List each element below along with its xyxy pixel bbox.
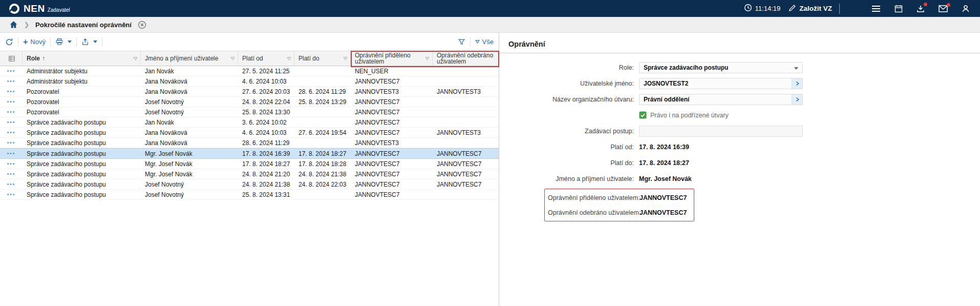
cell-name: Jana Nováková bbox=[141, 78, 238, 85]
row-menu-icon[interactable]: ••• bbox=[7, 172, 16, 177]
export-button[interactable] bbox=[81, 38, 97, 46]
filter-button[interactable] bbox=[458, 38, 465, 46]
table-row[interactable]: ••• Správce zadávacího postupu Jana Nová… bbox=[0, 138, 499, 148]
lookup-chevron-icon[interactable] bbox=[792, 94, 802, 105]
cell-role: Pozorovatel bbox=[23, 88, 141, 95]
cell-granted-by: JANNOVTESC7 bbox=[351, 119, 433, 126]
column-header-role[interactable]: Role ↑ bbox=[23, 51, 141, 66]
subordinate-checkbox[interactable]: Právo i na podřízené útvary bbox=[639, 111, 729, 119]
cell-valid-from: 24. 8. 2024 22:04 bbox=[238, 98, 294, 106]
time-text: 11:14:19 bbox=[755, 5, 781, 12]
table-row[interactable]: ••• Pozorovatel Jana Nováková 27. 6. 202… bbox=[0, 87, 499, 97]
table-header: Role ↑ Jméno a příjmení uživatele Platí … bbox=[0, 51, 499, 66]
cell-role: Administrátor subjektu bbox=[23, 68, 141, 75]
row-menu-icon[interactable]: ••• bbox=[7, 69, 16, 74]
menu-button[interactable] bbox=[871, 5, 881, 12]
table-row[interactable]: ••• Administrátor subjektu Jana Nováková… bbox=[0, 76, 499, 87]
filter-caret-icon[interactable] bbox=[133, 57, 138, 60]
results-table-panel: + Nový bbox=[0, 33, 499, 306]
column-header-revoked-by[interactable]: Oprávnění odebráno uživatelem bbox=[433, 51, 499, 66]
plus-icon: + bbox=[23, 38, 28, 46]
downloads-button[interactable] bbox=[917, 5, 925, 13]
role-select[interactable]: Správce zadávacího postupu bbox=[639, 62, 803, 73]
filter-caret-icon[interactable] bbox=[425, 57, 430, 60]
cell-granted-by: JANNOVTESC7 bbox=[351, 109, 433, 116]
create-vz-button[interactable]: Založit VZ bbox=[789, 4, 832, 13]
column-header-settings[interactable] bbox=[0, 51, 23, 66]
pencil-icon bbox=[789, 4, 796, 13]
column-header-valid-from[interactable]: Platí od bbox=[238, 51, 294, 66]
session-time: 11:14:19 bbox=[744, 4, 781, 13]
close-tab-button[interactable] bbox=[138, 21, 146, 29]
nen-logo[interactable]: NEN Zadavatel bbox=[8, 3, 70, 15]
toolbar-separator bbox=[102, 37, 102, 47]
toolbar-separator bbox=[470, 37, 471, 47]
messages-button[interactable] bbox=[939, 5, 948, 12]
cell-granted-by: JANNOVTEST3 bbox=[351, 88, 433, 95]
filter-caret-icon[interactable] bbox=[343, 57, 348, 60]
row-menu-icon[interactable]: ••• bbox=[7, 182, 16, 187]
nen-ring-icon bbox=[8, 3, 20, 15]
print-button[interactable] bbox=[55, 38, 72, 46]
row-menu-icon[interactable]: ••• bbox=[7, 140, 16, 146]
row-menu-icon[interactable]: ••• bbox=[7, 79, 16, 84]
toolbar-separator bbox=[50, 37, 51, 47]
profile-button[interactable] bbox=[962, 5, 970, 13]
table-row[interactable]: ••• Administrátor subjektu Jan Novák 27.… bbox=[0, 66, 499, 76]
table-row[interactable]: ••• Správce zadávacího postupu Mgr. Jose… bbox=[0, 159, 499, 169]
role-value: Správce zadávacího postupu bbox=[644, 64, 728, 71]
table-row[interactable]: ••• Správce zadávacího postupu Jan Novák… bbox=[0, 117, 499, 128]
table-row[interactable]: ••• Správce zadávacího postupu Mgr. Jose… bbox=[0, 169, 499, 179]
org-unit-field[interactable]: Právní oddělení bbox=[639, 94, 803, 105]
lookup-chevron-icon[interactable] bbox=[792, 78, 802, 89]
table-row[interactable]: ••• Správce zadávacího postupu Jana Nová… bbox=[0, 128, 499, 138]
cell-valid-from: 27. 6. 2024 20:03 bbox=[238, 88, 294, 95]
downloads-badge bbox=[924, 3, 927, 6]
export-options-caret[interactable] bbox=[93, 40, 97, 43]
cell-name: Josef Novotný bbox=[141, 98, 238, 106]
row-menu-icon[interactable]: ••• bbox=[7, 89, 16, 94]
row-menu-icon[interactable]: ••• bbox=[7, 99, 16, 105]
revoked-by-value: JANNOVTESC7 bbox=[640, 209, 687, 216]
row-menu-icon[interactable]: ••• bbox=[7, 151, 16, 156]
home-button[interactable] bbox=[9, 21, 18, 29]
cell-valid-from: 4. 6. 2024 10:03 bbox=[238, 78, 294, 85]
table-row[interactable]: ••• Správce zadávacího postupu Mgr. Jose… bbox=[0, 148, 499, 159]
procedure-field[interactable] bbox=[639, 126, 803, 137]
table-row[interactable]: ••• Správce zadávacího postupu Josef Nov… bbox=[0, 179, 499, 190]
cell-revoked-by: JANNOVTEST3 bbox=[433, 88, 499, 95]
username-field[interactable]: JOSNOVTEST2 bbox=[639, 78, 803, 89]
column-settings-icon bbox=[8, 55, 15, 62]
refresh-button[interactable] bbox=[5, 38, 13, 46]
procedure-label: Zadávací postup: bbox=[503, 128, 634, 135]
detail-title: Oprávnění bbox=[499, 33, 980, 53]
filter-caret-icon[interactable] bbox=[230, 57, 235, 60]
cell-name: Josef Novotný bbox=[141, 191, 238, 198]
row-menu-icon[interactable]: ••• bbox=[7, 161, 16, 167]
column-header-valid-to[interactable]: Platí do bbox=[294, 51, 351, 66]
cell-role: Správce zadávacího postupu bbox=[23, 139, 141, 147]
detail-panel: Oprávnění Role: Správce zadávacího postu… bbox=[499, 33, 980, 306]
cell-granted-by: JANNOVTESC7 bbox=[351, 78, 433, 85]
column-header-granted-by[interactable]: Oprávnění přiděleno uživatelem bbox=[351, 51, 433, 66]
table-row[interactable]: ••• Pozorovatel Josef Novotný 25. 8. 202… bbox=[0, 107, 499, 117]
brand-subtitle: Zadavatel bbox=[48, 7, 70, 13]
row-menu-icon[interactable]: ••• bbox=[7, 110, 16, 115]
new-button[interactable]: + Nový bbox=[23, 38, 46, 46]
cell-granted-by: JANNOVTESC7 bbox=[351, 181, 433, 188]
column-header-name[interactable]: Jméno a příjmení uživatele bbox=[141, 51, 238, 66]
cell-revoked-by: JANNOVTESC7 bbox=[433, 171, 499, 178]
table-row[interactable]: ••• Správce zadávacího postupu Josef Nov… bbox=[0, 190, 499, 200]
calendar-button[interactable] bbox=[894, 5, 903, 13]
filter-caret-icon[interactable] bbox=[287, 57, 291, 60]
valid-to-label: Platí do: bbox=[503, 159, 634, 167]
toolbar-separator bbox=[18, 37, 18, 47]
row-menu-icon[interactable]: ••• bbox=[7, 192, 16, 197]
view-all-dropdown[interactable]: Vše bbox=[475, 38, 494, 46]
view-all-label: Vše bbox=[482, 38, 494, 46]
print-options-caret[interactable] bbox=[68, 40, 72, 43]
row-menu-icon[interactable]: ••• bbox=[7, 120, 16, 125]
table-row[interactable]: ••• Pozorovatel Josef Novotný 24. 8. 202… bbox=[0, 97, 499, 107]
row-menu-icon[interactable]: ••• bbox=[7, 130, 16, 135]
app-window: NEN Zadavatel 11:14:19 Založit VZ bbox=[0, 0, 980, 306]
